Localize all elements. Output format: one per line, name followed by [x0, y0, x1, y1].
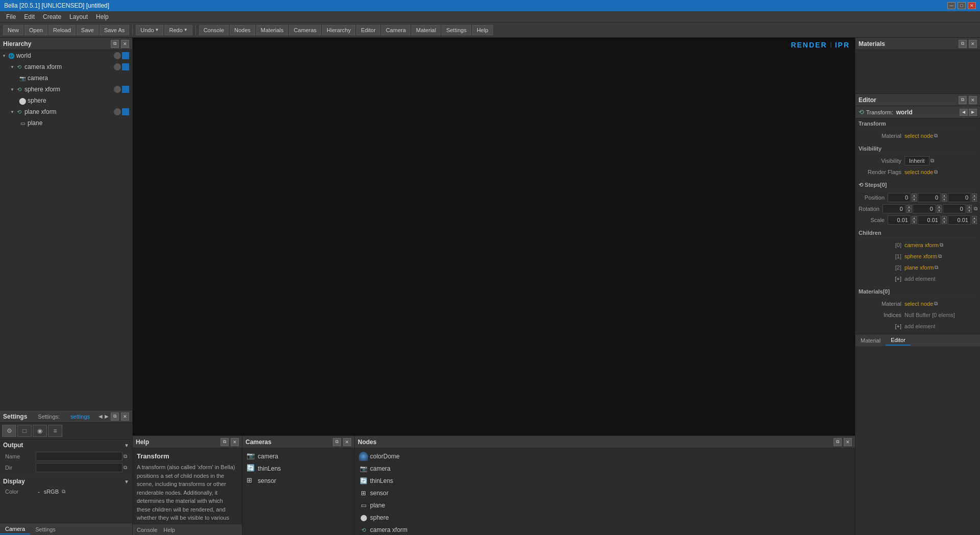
material-button[interactable]: Material	[411, 25, 440, 35]
maximize-button[interactable]: □	[958, 2, 966, 9]
node-colordome[interactable]: colorDome	[357, 450, 853, 463]
console-button[interactable]: Console	[199, 25, 229, 35]
rot-x-up[interactable]: ▲	[906, 205, 912, 209]
pos-y-down[interactable]: ▼	[942, 198, 947, 202]
settings-prev-button[interactable]: ◀	[99, 414, 103, 419]
help-button[interactable]: Help	[472, 25, 493, 35]
cameras-close-button[interactable]: ✕	[343, 438, 351, 446]
node-plane[interactable]: ▭ plane	[357, 499, 853, 512]
rot-z-up[interactable]: ▲	[967, 205, 972, 209]
scale-y-up[interactable]: ▲	[942, 216, 947, 220]
tree-item-world[interactable]: ▼ 🌐 world	[0, 50, 132, 61]
menu-file[interactable]: File	[2, 12, 20, 21]
position-y[interactable]	[918, 193, 941, 202]
window-controls[interactable]: ─ □ ✕	[947, 2, 976, 9]
materials-button[interactable]: Materials	[256, 25, 288, 35]
settings-float-button[interactable]: ⧉	[111, 412, 119, 421]
cameras-float-button[interactable]: ⧉	[333, 438, 341, 446]
help-close-button[interactable]: ✕	[231, 438, 239, 446]
position-x[interactable]	[888, 193, 911, 202]
new-button[interactable]: New	[3, 25, 23, 35]
render-button[interactable]: RENDER	[791, 41, 827, 49]
node-camera[interactable]: 📷 camera	[357, 463, 853, 475]
camera-item-camera[interactable]: 📷 camera	[244, 450, 352, 463]
node-camera-xform[interactable]: ⟲ camera xform	[357, 524, 853, 535]
mat-material-link[interactable]: select node	[904, 301, 933, 307]
visibility-ext-icon[interactable]: ⧉	[930, 158, 934, 164]
materials-float-button[interactable]: ⧉	[959, 40, 967, 48]
menu-layout[interactable]: Layout	[65, 12, 92, 21]
mat-add-button[interactable]: add element	[904, 323, 936, 329]
settings-gear-icon[interactable]: ⚙	[2, 425, 16, 437]
rot-z-down[interactable]: ▼	[967, 209, 972, 213]
scale-x-down[interactable]: ▼	[912, 220, 917, 224]
undo-button[interactable]: Undo ▼	[136, 25, 163, 35]
nodes-close-button[interactable]: ✕	[844, 438, 852, 446]
reload-button[interactable]: Reload	[48, 25, 76, 35]
rotation-x[interactable]	[883, 204, 905, 213]
dir-input[interactable]	[36, 463, 122, 472]
camera-button[interactable]: Camera	[381, 25, 410, 35]
open-button[interactable]: Open	[24, 25, 47, 35]
tree-item-plane[interactable]: ▭ plane	[0, 117, 132, 129]
material-ext-icon[interactable]: ⧉	[934, 133, 938, 139]
material-select-link[interactable]: select node	[904, 133, 933, 139]
visibility-value[interactable]: Inherit	[904, 156, 929, 165]
viewport[interactable]: RENDER | IPR	[133, 38, 855, 435]
rot-x-down[interactable]: ▼	[906, 209, 912, 213]
children-add-button[interactable]: add element	[904, 276, 936, 282]
editor-float-button[interactable]: ⧉	[959, 96, 967, 104]
child-2-link[interactable]: plane xform	[904, 264, 934, 271]
cameras-button[interactable]: Cameras	[289, 25, 321, 35]
node-sensor[interactable]: ⊞ sensor	[357, 487, 853, 499]
tree-item-plane-xform[interactable]: ▼ ⟲ plane xform	[0, 106, 132, 117]
tree-item-sphere-xform[interactable]: ▼ ⟲ sphere xform	[0, 84, 132, 95]
tree-item-sphere[interactable]: ⬤ sphere	[0, 95, 132, 106]
settings-view-icon[interactable]: ≡	[48, 425, 62, 437]
output-collapse[interactable]: ▼	[124, 443, 129, 448]
menu-help[interactable]: Help	[92, 12, 113, 21]
save-button[interactable]: Save	[77, 25, 99, 35]
rotation-z[interactable]	[943, 204, 966, 213]
rotation-ext[interactable]: ⧉	[974, 206, 977, 212]
hierarchy-close-button[interactable]: ✕	[121, 40, 129, 48]
scale-y-down[interactable]: ▼	[942, 220, 947, 224]
node-sphere[interactable]: ⬤ sphere	[357, 512, 853, 524]
name-ext-link[interactable]: ⧉	[124, 453, 127, 459]
tree-item-camera[interactable]: 📷 camera	[0, 72, 132, 84]
ipr-button[interactable]: IPR	[835, 41, 850, 49]
hierarchy-float-button[interactable]: ⧉	[111, 40, 119, 48]
color-ext-link[interactable]: ⧉	[62, 489, 65, 495]
hierarchy-button[interactable]: Hierarchy	[322, 25, 355, 35]
scale-x-up[interactable]: ▲	[912, 216, 917, 220]
materials-close-button[interactable]: ✕	[969, 40, 977, 48]
render-flags-link[interactable]: select node	[904, 169, 933, 175]
tree-item-camera-xform[interactable]: ▼ ⟲ camera xform	[0, 61, 132, 72]
pos-x-down[interactable]: ▼	[912, 198, 917, 202]
dir-ext-link[interactable]: ⧉	[124, 465, 127, 471]
menu-create[interactable]: Create	[39, 12, 65, 21]
settings-close-button[interactable]: ✕	[121, 412, 129, 421]
camera-item-thinlens[interactable]: 🔄 thinLens	[244, 463, 352, 475]
scale-z[interactable]	[948, 215, 971, 225]
settings-tab[interactable]: Settings	[30, 525, 61, 534]
settings-next-button[interactable]: ▶	[105, 414, 109, 419]
child-0-ext[interactable]: ⧉	[940, 242, 943, 248]
camera-item-sensor[interactable]: ⊞ sensor	[244, 475, 352, 487]
display-collapse[interactable]: ▼	[124, 479, 129, 484]
scale-y[interactable]	[918, 215, 941, 225]
render-flags-ext[interactable]: ⧉	[934, 169, 938, 175]
child-0-link[interactable]: camera xform	[904, 242, 939, 248]
scale-z-up[interactable]: ▲	[972, 216, 977, 220]
footer-editor-tab[interactable]: Editor	[886, 335, 911, 346]
pos-x-up[interactable]: ▲	[912, 193, 917, 198]
menu-edit[interactable]: Edit	[20, 12, 39, 21]
editor-prev-arrow[interactable]: ◀	[960, 109, 968, 116]
rotation-y[interactable]	[913, 204, 936, 213]
help-help-link[interactable]: Help	[163, 527, 175, 533]
pos-z-down[interactable]: ▼	[972, 198, 977, 202]
scale-z-down[interactable]: ▼	[972, 220, 977, 224]
pos-z-up[interactable]: ▲	[972, 193, 977, 198]
rot-y-up[interactable]: ▲	[937, 205, 942, 209]
name-input[interactable]	[36, 452, 122, 461]
